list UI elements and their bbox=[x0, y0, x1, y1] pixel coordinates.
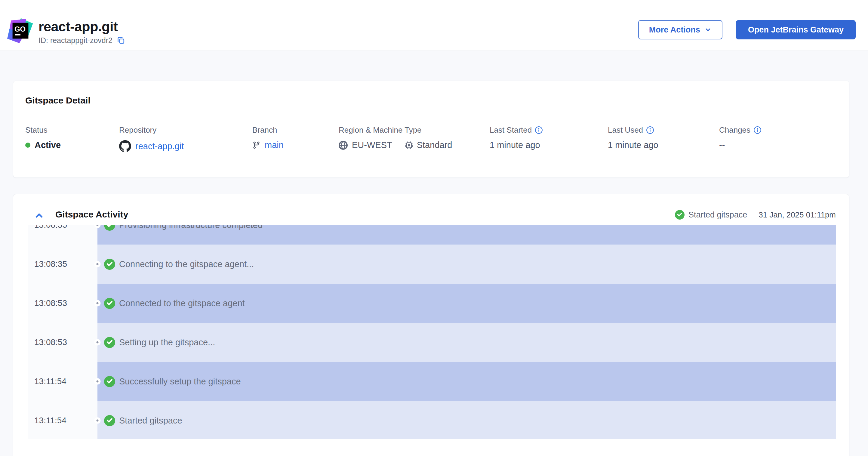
status-label: Status bbox=[25, 125, 61, 135]
info-icon[interactable] bbox=[646, 126, 654, 134]
field-status: Status Active bbox=[25, 125, 61, 150]
activity-message: Connected to the gitspace agent bbox=[119, 298, 245, 308]
status-dot-icon bbox=[25, 143, 30, 148]
status-value: Active bbox=[35, 140, 61, 150]
region-machine-label: Region & Machine Type bbox=[339, 125, 452, 135]
timeline-dot-icon bbox=[94, 378, 101, 385]
activity-row: 13:11:54 Started gitspace bbox=[28, 401, 836, 439]
gitspace-id: ID: reactappgit-zovdr2 bbox=[38, 36, 113, 45]
activity-time: 13:11:54 bbox=[28, 362, 97, 401]
field-changes: Changes -- bbox=[719, 125, 762, 150]
changes-label: Changes bbox=[719, 125, 750, 135]
cpu-icon bbox=[405, 141, 413, 150]
check-circle-icon bbox=[675, 210, 685, 220]
field-last-used: Last Used 1 minute ago bbox=[608, 125, 658, 150]
repository-label: Repository bbox=[119, 125, 184, 135]
repository-link[interactable]: react-app.git bbox=[135, 141, 184, 151]
last-started-label: Last Started bbox=[490, 125, 532, 135]
svg-text:GO: GO bbox=[14, 25, 26, 33]
goland-app-icon: GO bbox=[7, 18, 34, 44]
activity-time: 13:08:53 bbox=[28, 284, 97, 323]
open-jetbrains-gateway-button[interactable]: Open JetBrains Gateway bbox=[736, 20, 856, 39]
activity-row: 13:11:54 Successfully setup the gitspace bbox=[28, 362, 836, 401]
info-icon[interactable] bbox=[535, 126, 543, 134]
check-circle-icon bbox=[104, 225, 115, 231]
check-circle-icon bbox=[104, 337, 115, 348]
timeline-dot-icon bbox=[94, 339, 101, 345]
chevron-up-icon[interactable] bbox=[34, 211, 44, 220]
timeline-dot-icon bbox=[94, 418, 101, 424]
copy-icon[interactable] bbox=[117, 36, 125, 44]
check-circle-icon bbox=[104, 298, 115, 309]
check-circle-icon bbox=[104, 415, 115, 426]
page-header: GO react-app.git ID: reactappgit-zovdr2 … bbox=[0, 0, 868, 51]
more-actions-label: More Actions bbox=[649, 25, 700, 35]
check-circle-icon bbox=[104, 376, 115, 387]
activity-message: Provisioning infrastructure completed bbox=[119, 225, 262, 230]
gitspace-detail-card: Gitspace Detail Status Active Repository… bbox=[13, 81, 849, 178]
globe-icon bbox=[339, 141, 348, 150]
git-branch-icon bbox=[252, 141, 260, 149]
more-actions-button[interactable]: More Actions bbox=[638, 20, 722, 39]
activity-stripe: Connected to the gitspace agent bbox=[97, 284, 836, 323]
info-icon[interactable] bbox=[753, 126, 762, 134]
changes-value: -- bbox=[719, 140, 725, 150]
activity-status-label: Started gitspace bbox=[688, 210, 747, 220]
activity-stripe: Provisioning infrastructure completed bbox=[97, 225, 836, 245]
last-used-label: Last Used bbox=[608, 125, 643, 135]
field-repository: Repository react-app.git bbox=[119, 125, 184, 152]
activity-row: 13:08:35 Connecting to the gitspace agen… bbox=[28, 245, 836, 284]
activity-stripe: Started gitspace bbox=[97, 401, 836, 439]
activity-stripe: Setting up the gitspace... bbox=[97, 323, 836, 362]
activity-stripe: Successfully setup the gitspace bbox=[97, 362, 836, 401]
branch-label: Branch bbox=[252, 125, 284, 135]
activity-message: Started gitspace bbox=[119, 416, 182, 426]
activity-row: 13:08:53 Connected to the gitspace agent bbox=[28, 284, 836, 323]
activity-card-title: Gitspace Activity bbox=[55, 209, 128, 220]
github-icon bbox=[119, 140, 131, 152]
activity-row: 13:08:53 Setting up the gitspace... bbox=[28, 323, 836, 362]
page-title: react-app.git bbox=[38, 19, 125, 34]
activity-time: 13:08:53 bbox=[28, 323, 97, 362]
detail-card-title: Gitspace Detail bbox=[25, 95, 91, 105]
activity-time: 13:11:54 bbox=[28, 401, 97, 439]
activity-log[interactable]: 13:08:35 Provisioning infrastructure com… bbox=[28, 225, 836, 439]
chevron-down-icon bbox=[704, 26, 712, 33]
last-started-value: 1 minute ago bbox=[490, 140, 540, 150]
field-branch: Branch main bbox=[252, 125, 284, 150]
field-region-machine: Region & Machine Type EU-WEST Standard bbox=[339, 125, 452, 150]
field-last-started: Last Started 1 minute ago bbox=[490, 125, 543, 150]
machine-type-value: Standard bbox=[417, 140, 452, 150]
timeline-dot-icon bbox=[94, 300, 101, 306]
activity-time: 13:08:35 bbox=[28, 245, 97, 284]
activity-log-rows: 13:08:35 Provisioning infrastructure com… bbox=[28, 225, 836, 439]
activity-message: Setting up the gitspace... bbox=[119, 337, 215, 347]
activity-timestamp: 31 Jan, 2025 01:11pm bbox=[758, 210, 836, 220]
activity-message: Connecting to the gitspace agent... bbox=[119, 259, 254, 269]
branch-link[interactable]: main bbox=[265, 140, 284, 150]
gitspace-activity-card: Gitspace Activity Started gitspace 31 Ja… bbox=[13, 194, 849, 456]
last-used-value: 1 minute ago bbox=[608, 140, 658, 150]
activity-stripe: Connecting to the gitspace agent... bbox=[97, 245, 836, 284]
timeline-dot-icon bbox=[94, 261, 101, 267]
activity-message: Successfully setup the gitspace bbox=[119, 376, 241, 387]
activity-time: 13:08:35 bbox=[28, 225, 97, 245]
check-circle-icon bbox=[104, 259, 115, 270]
activity-row: 13:08:35 Provisioning infrastructure com… bbox=[28, 225, 836, 245]
region-value: EU-WEST bbox=[352, 140, 392, 150]
